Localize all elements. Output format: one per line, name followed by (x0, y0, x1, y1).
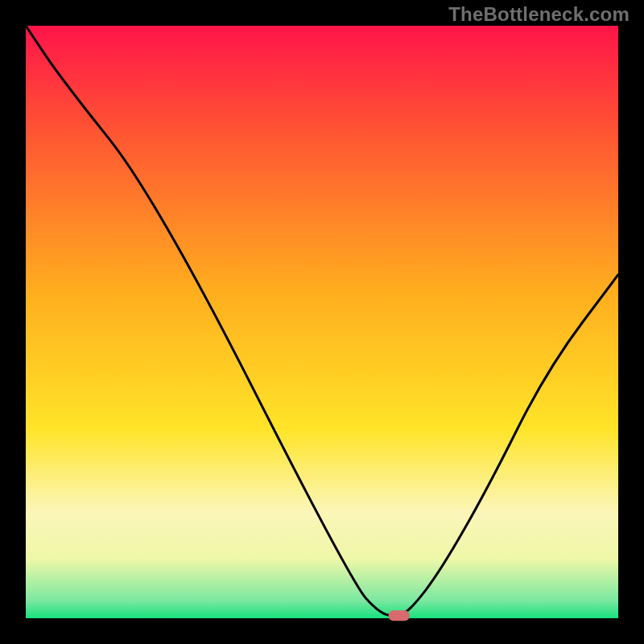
bottleneck-chart (0, 0, 644, 644)
optimal-marker (389, 610, 410, 621)
watermark-text: TheBottleneck.com (448, 3, 630, 26)
chart-container: TheBottleneck.com (0, 0, 644, 644)
plot-area (26, 26, 618, 618)
